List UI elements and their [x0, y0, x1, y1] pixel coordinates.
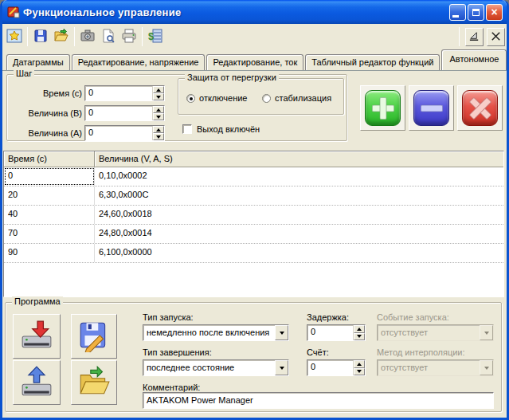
table-row[interactable]: 90 6,100,0x0000	[4, 244, 503, 263]
print-button[interactable]	[119, 26, 139, 47]
end-type-combo[interactable]: последнее состояние	[143, 359, 289, 376]
count-label: Счёт:	[307, 347, 329, 357]
steps-table: Время (с) Величина (V, A, S) 0 0,10,0x00…	[3, 151, 504, 297]
spin-down-button[interactable]	[354, 333, 365, 341]
close-button[interactable]: ×	[486, 4, 503, 21]
interpolation-label: Метод интерполяции:	[377, 347, 465, 357]
spin-up-button[interactable]	[354, 325, 365, 333]
current-spinedit[interactable]: 0	[84, 125, 165, 141]
maximize-button[interactable]	[468, 4, 484, 21]
add-row-button[interactable]	[360, 85, 405, 131]
app-window: Функциональное управление ×	[0, 0, 509, 420]
dropdown-arrow-icon[interactable]	[275, 360, 288, 375]
start-event-label: Событие запуска:	[377, 312, 449, 322]
output-enabled-label: Выход включён	[197, 124, 260, 134]
wizard-star-icon	[6, 28, 22, 45]
overload-protection-groupbox: Защита от перегрузки отключение стабилиз…	[178, 78, 344, 115]
snapshot-button[interactable]	[77, 26, 98, 47]
open-button[interactable]	[51, 26, 72, 47]
window-title: Функциональное управление	[23, 6, 449, 18]
checkbox-icon[interactable]	[182, 124, 192, 134]
save-program-button[interactable]	[71, 314, 117, 359]
printer-icon	[121, 28, 137, 45]
minimize-button[interactable]	[449, 4, 466, 21]
cell-time[interactable]: 90	[4, 244, 95, 262]
col-value-header: Величина (V, A, S)	[95, 151, 503, 167]
table-row[interactable]: 0 0,10,0x0002	[4, 167, 503, 186]
read-from-device-button[interactable]	[13, 360, 61, 405]
toolbar-separator	[142, 27, 143, 46]
spin-up-button[interactable]	[153, 126, 164, 133]
output-enabled-checkbox-row[interactable]: Выход включён	[182, 124, 260, 134]
cell-time[interactable]: 20	[4, 186, 95, 205]
spin-up-button[interactable]	[153, 86, 164, 93]
cell-time[interactable]: 70	[4, 225, 95, 243]
dropdown-arrow-icon[interactable]	[275, 325, 288, 340]
spin-down-button[interactable]	[153, 93, 164, 100]
titlebar[interactable]: Функциональное управление ×	[2, 0, 507, 24]
radio-disconnect[interactable]: отключение	[186, 93, 247, 103]
spin-down-button[interactable]	[354, 368, 365, 376]
remove-row-button[interactable]	[409, 85, 454, 131]
radio-button-icon[interactable]	[262, 94, 271, 103]
panel-close-button[interactable]	[487, 28, 505, 46]
read-from-device-icon	[20, 365, 53, 400]
cell-value[interactable]: 24,80,0x0014	[95, 225, 503, 243]
time-value[interactable]: 0	[85, 86, 152, 100]
start-type-combo[interactable]: немедленно после включения	[143, 324, 289, 341]
cell-time[interactable]: 40	[4, 206, 95, 224]
tab-datagrams[interactable]: Датаграммы	[6, 54, 70, 70]
open-program-button[interactable]	[71, 360, 117, 405]
delay-value[interactable]: 0	[307, 325, 353, 340]
radio-button-icon[interactable]	[186, 94, 195, 103]
preview-button[interactable]	[98, 26, 119, 47]
time-spinedit[interactable]: 0	[84, 85, 165, 101]
spin-down-button[interactable]	[153, 113, 164, 120]
delay-spinedit[interactable]: 0	[307, 324, 366, 341]
comment-field[interactable]: AKTAKOM Power Manager	[143, 392, 494, 409]
toolbar-right	[456, 27, 505, 46]
count-spinner	[353, 360, 365, 375]
clear-button[interactable]	[457, 85, 503, 131]
spin-down-button[interactable]	[153, 133, 164, 140]
table-header-row: Время (с) Величина (V, A, S)	[4, 151, 503, 167]
step-groupbox: Шаг Время (с) 0 Величина (В) 0 Величина …	[6, 74, 347, 141]
function-editor-button[interactable]: $	[145, 26, 166, 47]
voltage-spinedit[interactable]: 0	[84, 105, 165, 121]
voltage-label: Величина (В)	[9, 108, 82, 119]
app-icon	[7, 6, 20, 18]
count-value[interactable]: 0	[307, 360, 353, 375]
voltage-value[interactable]: 0	[85, 106, 152, 120]
radio-stabilization[interactable]: стабилизация	[262, 93, 331, 103]
save-button[interactable]	[30, 26, 51, 47]
write-to-device-button[interactable]	[13, 314, 61, 359]
table-row[interactable]: 70 24,80,0x0014	[4, 225, 503, 244]
time-spinner	[152, 86, 164, 100]
program-legend: Программа	[12, 296, 63, 307]
tab-autonomous[interactable]: Автономное	[441, 49, 507, 70]
write-to-device-icon	[20, 319, 53, 354]
table-row[interactable]: 20 6,30,0x000C	[4, 186, 503, 206]
save-file-icon	[77, 319, 111, 354]
cell-value[interactable]: 24,60,0x0018	[95, 206, 503, 224]
current-value[interactable]: 0	[85, 126, 152, 140]
tab-edit-voltage[interactable]: Редактирование, напряжение	[72, 54, 206, 70]
spin-up-button[interactable]	[153, 106, 164, 113]
spin-up-button[interactable]	[354, 360, 365, 368]
start-type-label: Тип запуска:	[143, 312, 194, 322]
cell-value[interactable]: 0,10,0x0002	[95, 167, 503, 186]
tab-edit-current[interactable]: Редактирование, ток	[206, 54, 303, 70]
tab-table-function-editor[interactable]: Табличный редактор функций	[305, 54, 440, 70]
rollup-button[interactable]	[465, 28, 484, 46]
table-row[interactable]: 40 24,60,0x0018	[4, 206, 503, 225]
function-editor-icon: $	[147, 28, 163, 45]
cell-value[interactable]: 6,30,0x000C	[95, 186, 503, 205]
cell-time[interactable]: 0	[4, 167, 95, 186]
protection-legend: Защита от перегрузки	[185, 73, 279, 83]
count-spinedit[interactable]: 0	[307, 359, 366, 376]
radio-stabilization-label: стабилизация	[275, 93, 331, 103]
interpolation-combo: отсутствует	[377, 359, 494, 376]
end-type-value: последнее состояние	[143, 360, 275, 375]
wizard-button[interactable]	[4, 26, 25, 47]
cell-value[interactable]: 6,100,0x0000	[95, 244, 503, 262]
